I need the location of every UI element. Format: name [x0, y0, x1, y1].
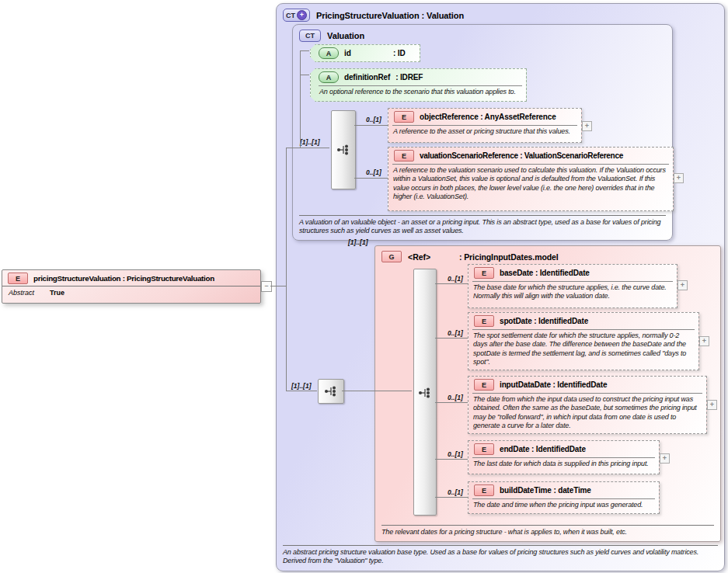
sequence-icon	[336, 144, 350, 155]
element-build-date-time[interactable]: E buildDateTime : dateTime The date and …	[468, 481, 660, 514]
connector-line	[300, 50, 301, 148]
element-icon: E	[474, 484, 494, 496]
element-title: inputDataDate : IdentifiedDate	[500, 380, 607, 389]
element-annotation: The spot settlement date for which the s…	[468, 330, 698, 370]
connector-line	[300, 50, 309, 51]
attribute-definition-ref[interactable]: A definitionRef : IDREF An optional refe…	[310, 68, 527, 102]
element-icon: E	[394, 150, 414, 161]
expand-icon[interactable]: +	[707, 400, 717, 410]
attribute-icon: A	[319, 47, 339, 59]
expand-icon[interactable]: +	[677, 280, 688, 290]
collapse-icon[interactable]: −	[261, 281, 272, 292]
element-icon: E	[474, 315, 494, 327]
element-title: valuationScenarioReference : ValuationSc…	[420, 151, 623, 160]
group-header: G <Ref> : PricingInputDates.model	[381, 251, 559, 262]
sequence-compositor[interactable]	[318, 379, 344, 404]
complex-type-annotation: An abstract pricing structure valuation …	[283, 545, 718, 566]
connector-line	[435, 459, 468, 460]
connector-line	[286, 148, 287, 391]
abstract-label: Abstract	[9, 289, 34, 297]
attribute-id[interactable]: A id : ID	[310, 44, 420, 62]
element-icon: E	[474, 379, 494, 391]
cardinality-label: 0..[1]	[448, 450, 463, 458]
connector-line	[286, 391, 317, 391]
complex-type-icon: CT	[299, 30, 321, 42]
sequence-icon	[324, 386, 338, 397]
cardinality-label: [1]..[1]	[348, 238, 368, 246]
connector-line	[435, 338, 468, 339]
group-icon: G	[381, 251, 402, 262]
complex-type-pricing-structure-valuation[interactable]: CT + PricingStructureValuation : Valuati…	[276, 3, 725, 571]
element-valuation-scenario-reference[interactable]: E valuationScenarioReference : Valuation…	[388, 147, 674, 211]
sequence-icon	[418, 387, 432, 398]
expand-icon[interactable]: +	[582, 121, 592, 131]
group-type: : PricingInputDates.model	[459, 252, 559, 262]
abstract-facet-row: Abstract True	[2, 286, 260, 299]
complex-type-valuation[interactable]: CT Valuation A id : ID A definitionRef :…	[292, 24, 673, 241]
connector-line	[342, 391, 412, 391]
group-name: <Ref>	[408, 252, 453, 262]
complex-type-title: PricingStructureValuation : Valuation	[316, 11, 464, 20]
connector-line	[354, 178, 388, 179]
element-icon: E	[394, 111, 414, 123]
element-pricing-structure-valuation[interactable]: E pricingStructureValuation : PricingStr…	[2, 269, 261, 304]
element-title: spotDate : IdentifiedDate	[500, 317, 588, 325]
complex-type-header: CT + PricingStructureValuation : Valuati…	[283, 9, 464, 22]
connector-line	[435, 283, 468, 284]
attribute-name: id	[344, 49, 388, 57]
group-pricing-input-dates[interactable]: G <Ref> : PricingInputDates.model 0..[1]…	[374, 245, 721, 542]
element-spot-date[interactable]: E spotDate : IdentifiedDate The spot set…	[468, 312, 699, 370]
element-title: pricingStructureValuation : PricingStruc…	[33, 274, 214, 283]
cardinality-label: 0..[1]	[366, 116, 381, 123]
element-title: buildDateTime : dateTime	[500, 486, 591, 495]
complex-type-icon: CT +	[283, 9, 310, 22]
attribute-annotation: An optional reference to the scenario th…	[311, 86, 526, 99]
element-title: objectReference : AnyAssetReference	[420, 113, 556, 121]
attribute-icon: A	[319, 71, 339, 83]
cardinality-label: 0..[1]	[366, 168, 381, 176]
expand-icon[interactable]: +	[699, 336, 709, 346]
attribute-name: definitionRef	[344, 73, 390, 82]
cardinality-label: 0..[1]	[448, 488, 463, 496]
expand-icon[interactable]: +	[660, 453, 670, 464]
element-annotation: The date and time when the pricing input…	[468, 499, 659, 512]
element-annotation: A reference to the asset or pricing stru…	[388, 126, 581, 139]
connector-line	[300, 75, 309, 75]
abstract-value: True	[50, 289, 64, 297]
element-title: baseDate : IdentifiedDate	[500, 269, 590, 277]
sequence-compositor[interactable]	[331, 110, 356, 189]
element-base-date[interactable]: E baseDate : IdentifiedDate The base dat…	[468, 264, 677, 308]
element-title: endDate : IdentifiedDate	[500, 445, 586, 453]
element-annotation: A reference to the valuation scenario us…	[388, 165, 673, 204]
element-icon: E	[474, 267, 494, 279]
element-object-reference[interactable]: E objectReference : AnyAssetReference A …	[388, 108, 582, 143]
cardinality-label: [1]..[1]	[291, 382, 312, 390]
connector-line	[270, 286, 286, 286]
attribute-type: : ID	[393, 49, 406, 57]
connector-line	[435, 497, 468, 498]
valuation-annotation: A valuation of an valuable object - an a…	[299, 215, 666, 236]
connector-line	[354, 125, 388, 126]
element-annotation: The base date for which the structure ap…	[468, 282, 677, 304]
element-annotation: The last date for which data is supplied…	[468, 458, 659, 471]
group-annotation: The relevant dates for a pricing structu…	[381, 525, 714, 537]
connector-line	[435, 402, 468, 403]
element-icon: E	[8, 273, 28, 284]
cardinality-label: 0..[1]	[448, 394, 463, 401]
attribute-type: : IDREF	[395, 73, 423, 82]
connector-line	[286, 148, 329, 148]
valuation-header: CT Valuation	[299, 30, 364, 42]
element-annotation: The date from which the input data used …	[468, 394, 706, 433]
cardinality-label: 0..[1]	[448, 329, 463, 337]
element-icon: E	[474, 443, 494, 455]
expand-icon[interactable]: +	[674, 173, 684, 183]
cardinality-label: 0..[1]	[448, 275, 463, 283]
element-input-data-date[interactable]: E inputDataDate : IdentifiedDate The dat…	[468, 376, 707, 434]
sequence-compositor[interactable]	[413, 269, 437, 516]
derived-plus-icon: +	[297, 10, 307, 20]
valuation-title: Valuation	[327, 31, 364, 40]
cardinality-label: [1]..[1]	[300, 138, 320, 146]
element-end-date[interactable]: E endDate : IdentifiedDate The last date…	[468, 440, 660, 474]
